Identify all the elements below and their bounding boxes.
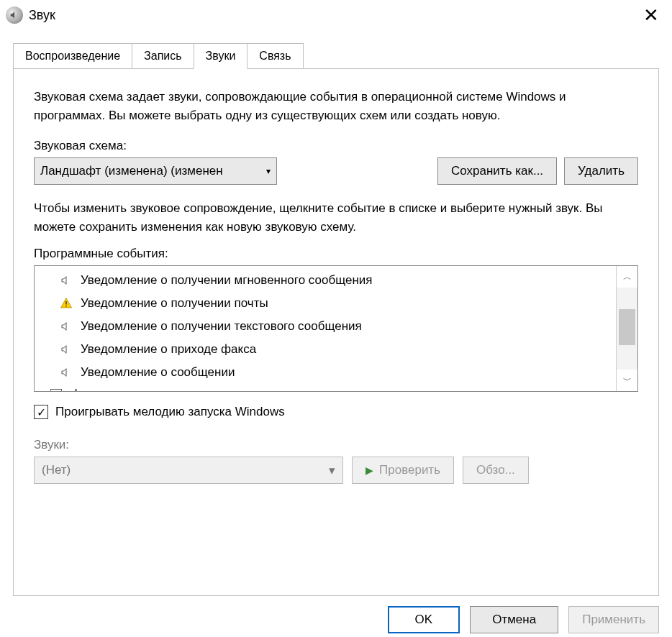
event-group-label: devenv	[71, 387, 110, 391]
event-label: Уведомление о сообщении	[81, 365, 235, 380]
window-icon	[49, 389, 63, 391]
chevron-down-icon: ▾	[329, 463, 335, 478]
svg-rect-2	[51, 390, 62, 392]
scroll-down-button[interactable]: ﹀	[617, 370, 637, 391]
scheme-description: Звуковая схема задает звуки, сопровождаю…	[34, 88, 638, 126]
event-group-row[interactable]: devenv	[35, 384, 616, 391]
event-label: Уведомление о получении мгновенного сооб…	[81, 273, 373, 288]
tab-strip: Воспроизведение Запись Звуки Связь	[13, 43, 672, 69]
sounds-panel: Звуковая схема задает звуки, сопровождаю…	[13, 68, 659, 596]
titlebar-left: Звук	[6, 6, 55, 24]
scheme-label: Звуковая схема:	[34, 139, 638, 153]
speaker-icon	[59, 344, 73, 355]
tab-recording[interactable]: Запись	[132, 43, 194, 69]
scroll-track[interactable]	[617, 288, 637, 370]
scroll-thumb[interactable]	[619, 309, 635, 345]
tab-playback[interactable]: Воспроизведение	[13, 43, 132, 69]
events-listbox: Уведомление о получении мгновенного сооб…	[34, 265, 638, 392]
play-icon: ▶	[365, 464, 373, 476]
event-label: Уведомление о приходе факса	[81, 342, 256, 357]
event-row[interactable]: Уведомление о получении текстового сообщ…	[35, 315, 616, 338]
titlebar: Звук ✕	[0, 0, 672, 30]
tab-sounds[interactable]: Звуки	[194, 43, 248, 69]
scheme-select[interactable]: Ландшафт (изменена) (изменен ▾	[34, 157, 277, 185]
chevron-down-icon: ▾	[266, 166, 271, 176]
warning-icon	[59, 297, 73, 310]
event-row[interactable]: Уведомление о сообщении	[35, 361, 616, 384]
browse-button[interactable]: Обзо...	[463, 457, 529, 484]
tab-communications[interactable]: Связь	[247, 43, 303, 69]
cancel-button[interactable]: Отмена	[470, 606, 558, 633]
events-description: Чтобы изменить звуковое сопровождение, щ…	[34, 199, 638, 237]
app-icon	[6, 6, 23, 24]
test-button[interactable]: ▶ Проверить	[352, 457, 454, 484]
events-label: Программные события:	[34, 247, 638, 261]
sounds-select[interactable]: (Нет) ▾	[34, 457, 343, 484]
events-list[interactable]: Уведомление о получении мгновенного сооб…	[35, 266, 616, 391]
sounds-select-value: (Нет)	[42, 463, 71, 477]
delete-button[interactable]: Удалить	[564, 157, 638, 185]
event-label: Уведомление о получении почты	[81, 296, 268, 311]
ok-button[interactable]: OK	[388, 606, 460, 633]
startup-sound-checkbox-row: ✓ Проигрывать мелодию запуска Windows	[34, 405, 638, 419]
speaker-icon	[59, 321, 73, 332]
speaker-icon	[59, 275, 73, 286]
test-button-label: Проверить	[379, 463, 440, 477]
scrollbar[interactable]: ︿ ﹀	[616, 266, 637, 391]
startup-sound-checkbox[interactable]: ✓	[34, 405, 48, 419]
svg-rect-0	[65, 301, 67, 305]
event-row[interactable]: Уведомление о приходе факса	[35, 338, 616, 361]
svg-rect-1	[65, 306, 67, 307]
save-as-button[interactable]: Сохранить как...	[437, 157, 557, 185]
startup-sound-label: Проигрывать мелодию запуска Windows	[55, 405, 285, 419]
scheme-select-value: Ландшафт (изменена) (изменен	[40, 164, 223, 178]
event-row[interactable]: Уведомление о получении мгновенного сооб…	[35, 269, 616, 292]
apply-button[interactable]: Применить	[568, 606, 659, 633]
event-label: Уведомление о получении текстового сообщ…	[81, 319, 362, 334]
speaker-icon	[59, 367, 73, 378]
sounds-label: Звуки:	[34, 438, 638, 452]
close-button[interactable]: ✕	[637, 6, 665, 24]
window-title: Звук	[29, 8, 55, 23]
dialog-footer: OK Отмена Применить	[0, 596, 672, 633]
sounds-row: (Нет) ▾ ▶ Проверить Обзо...	[34, 457, 638, 484]
scheme-row: Ландшафт (изменена) (изменен ▾ Сохранить…	[34, 157, 638, 185]
scroll-up-button[interactable]: ︿	[617, 266, 637, 288]
event-row[interactable]: Уведомление о получении почты	[35, 292, 616, 315]
